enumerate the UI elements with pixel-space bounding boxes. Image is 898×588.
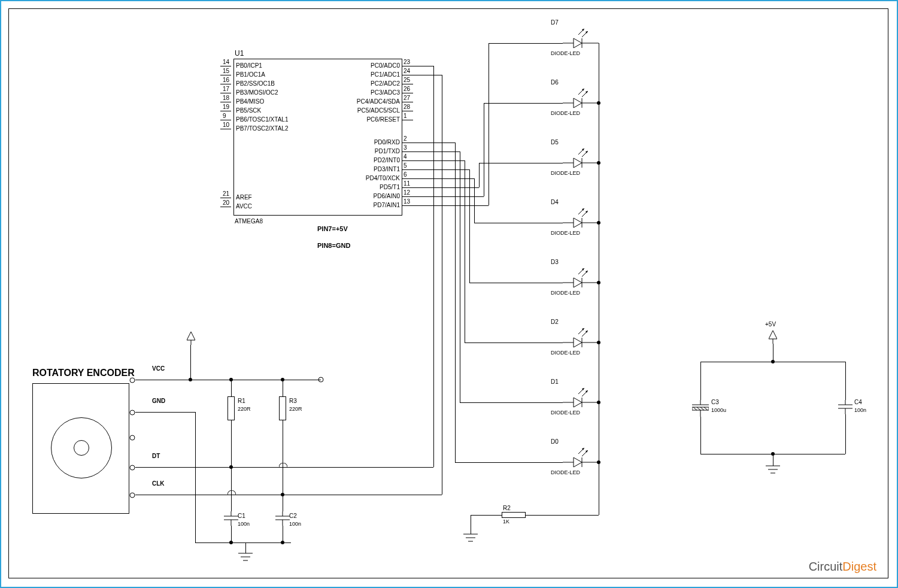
svg-point-67 — [130, 378, 135, 383]
led-ref: D3 — [551, 259, 559, 265]
ic-note1: PIN7=+5V — [317, 225, 348, 232]
r1 — [227, 396, 235, 420]
wire-hop-icon — [227, 490, 236, 499]
ground-icon — [463, 533, 478, 544]
ic-ref: U1 — [235, 49, 244, 57]
wire-hop-icon — [279, 463, 287, 471]
wire-vcc — [135, 380, 321, 380]
capacitor-c1 — [224, 511, 238, 526]
ic-part: ATMEGA8 — [235, 218, 263, 225]
led-type: DIODE-LED — [551, 170, 580, 176]
capacitor-c4 — [838, 400, 853, 414]
led-type: DIODE-LED — [551, 350, 580, 356]
led-D1 — [563, 384, 599, 408]
svg-rect-90 — [692, 407, 709, 410]
plus5v-label: +5V — [765, 321, 776, 328]
ic-note2: PIN8=GND — [317, 242, 350, 249]
wire-clk-up — [442, 75, 442, 495]
wire-r2-down — [471, 515, 471, 534]
led-ref: D7 — [551, 19, 559, 26]
led-D6 — [563, 85, 599, 109]
led-ref: D6 — [551, 79, 559, 86]
wire-dt-up — [433, 66, 434, 467]
svg-marker-57 — [574, 457, 582, 467]
ground-icon — [238, 552, 253, 563]
r2-val: 1K — [503, 519, 509, 525]
encoder-title: ROTATORY ENCODER — [32, 368, 135, 378]
led-type: DIODE-LED — [551, 410, 580, 416]
led-D3 — [563, 265, 599, 289]
led-ref: D4 — [551, 199, 559, 205]
led-D0 — [563, 444, 599, 468]
vcc-arrow-icon — [187, 332, 195, 345]
ground-icon — [766, 465, 780, 475]
svg-marker-33 — [574, 278, 582, 287]
logo: CircuitDigest — [809, 560, 876, 574]
svg-point-68 — [130, 410, 135, 415]
led-ref: D5 — [551, 139, 559, 146]
led-D7 — [563, 25, 599, 49]
wire-r2-left — [471, 515, 502, 516]
led-type: DIODE-LED — [551, 469, 580, 475]
r2-ref: R2 — [503, 505, 511, 511]
svg-point-70 — [130, 465, 135, 470]
wire-gnd — [135, 412, 195, 413]
svg-marker-25 — [574, 218, 582, 228]
open-terminal-icon — [318, 377, 324, 383]
led-ref: D1 — [551, 378, 559, 385]
svg-marker-72 — [187, 332, 195, 340]
led-D2 — [563, 325, 599, 348]
capacitor-c3 — [692, 400, 709, 417]
svg-marker-17 — [574, 158, 582, 168]
svg-point-69 — [130, 435, 135, 440]
led-cathode-bus — [599, 43, 599, 515]
svg-marker-9 — [574, 98, 582, 108]
led-ref: D2 — [551, 319, 559, 325]
r3 — [279, 396, 286, 420]
svg-marker-1 — [574, 38, 582, 48]
vcc-arrow-icon — [769, 331, 777, 344]
svg-point-85 — [318, 377, 323, 382]
led-ref: D0 — [551, 438, 559, 445]
svg-marker-49 — [574, 398, 582, 407]
r2 — [502, 512, 526, 518]
led-D5 — [563, 145, 599, 169]
led-D4 — [563, 205, 599, 229]
svg-marker-86 — [769, 331, 777, 339]
led-type: DIODE-LED — [551, 50, 580, 56]
led-type: DIODE-LED — [551, 230, 580, 236]
svg-point-71 — [130, 493, 135, 498]
led-type: DIODE-LED — [551, 110, 580, 116]
led-type: DIODE-LED — [551, 290, 580, 296]
inner-border — [8, 8, 888, 578]
svg-marker-41 — [574, 338, 582, 347]
capacitor-c2 — [275, 511, 290, 526]
encoder-symbol-box — [32, 383, 129, 514]
